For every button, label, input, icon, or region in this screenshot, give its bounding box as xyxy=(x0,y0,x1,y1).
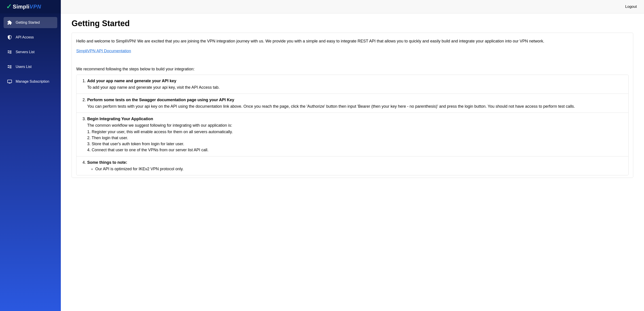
sidebar-item-getting-started[interactable]: Getting Started xyxy=(4,17,57,28)
api-documentation-link[interactable]: SimpliVPN API Documentation xyxy=(76,49,131,53)
step-title: Begin Integrating Your Application xyxy=(87,116,624,122)
checkmark-icon: ✓ xyxy=(6,2,12,10)
step-item: 1. Add your app name and generate your A… xyxy=(76,75,628,94)
puzzle-icon xyxy=(7,20,12,25)
step-item: 2. Perform some tests on the Swagger doc… xyxy=(76,94,628,113)
sidebar-item-label: API Access xyxy=(16,35,34,39)
step-description: To add your app name and generate your a… xyxy=(87,84,624,90)
sidebar-item-manage-subscription[interactable]: Manage Subscription xyxy=(4,76,57,87)
step-description: The common workflow we suggest following… xyxy=(87,122,624,128)
sidebar-item-label: Users List xyxy=(16,65,32,69)
monitor-icon xyxy=(7,79,12,84)
sidebar-item-label: Getting Started xyxy=(16,20,40,24)
step-title: Add your app name and generate your API … xyxy=(87,78,624,84)
step-number: 1. xyxy=(81,78,87,90)
steps-list: 1. Add your app name and generate your A… xyxy=(76,75,628,175)
brand-name-primary: Simpli xyxy=(13,3,30,9)
page-title: Getting Started xyxy=(72,19,633,28)
sidebar-item-label: Servers List xyxy=(16,50,34,54)
step-title: Perform some tests on the Swagger docume… xyxy=(87,97,624,103)
substep: 2. Then login that user. xyxy=(87,135,624,141)
substep: 3. Store that user's auth token from log… xyxy=(87,141,624,147)
step-number: 4. xyxy=(81,160,87,172)
substep: 1. Register your user, this will enable … xyxy=(87,129,624,135)
recommend-text: We recommend following the steps below t… xyxy=(76,67,628,71)
step-description: You can perform tests with your api key … xyxy=(87,103,624,109)
topbar: Logout xyxy=(61,0,644,13)
logout-link[interactable]: Logout xyxy=(625,4,637,9)
brand-name-secondary: VPN xyxy=(30,3,41,9)
step-number: 2. xyxy=(81,97,87,109)
shield-icon xyxy=(7,35,12,40)
intro-text: Hello and welcome to SimpliVPN! We are e… xyxy=(76,38,628,44)
main-content: Getting Started Hello and welcome to Sim… xyxy=(61,13,644,183)
sidebar-item-label: Manage Subscription xyxy=(16,79,49,84)
content-card: Hello and welcome to SimpliVPN! We are e… xyxy=(72,33,633,178)
step-item: 4. Some things to note: Our API is optim… xyxy=(76,156,628,175)
sidebar: ✓ SimpliVPN Getting Started API Access xyxy=(0,0,61,311)
list-icon xyxy=(7,64,12,69)
brand-logo[interactable]: ✓ SimpliVPN xyxy=(0,0,61,13)
sidebar-nav: Getting Started API Access Servers List … xyxy=(0,13,61,94)
step-title: Some things to note: xyxy=(87,160,624,166)
step-number: 3. xyxy=(81,116,87,153)
step-item: 3. Begin Integrating Your Application Th… xyxy=(76,113,628,156)
substep: 4. Connect that user to one of the VPNs … xyxy=(87,147,624,153)
list-icon xyxy=(7,50,12,54)
sidebar-item-servers-list[interactable]: Servers List xyxy=(4,46,57,58)
note-bullet: Our API is optimized for IKEv2 VPN proto… xyxy=(95,166,624,172)
sidebar-item-api-access[interactable]: API Access xyxy=(4,32,57,43)
sidebar-item-users-list[interactable]: Users List xyxy=(4,61,57,72)
